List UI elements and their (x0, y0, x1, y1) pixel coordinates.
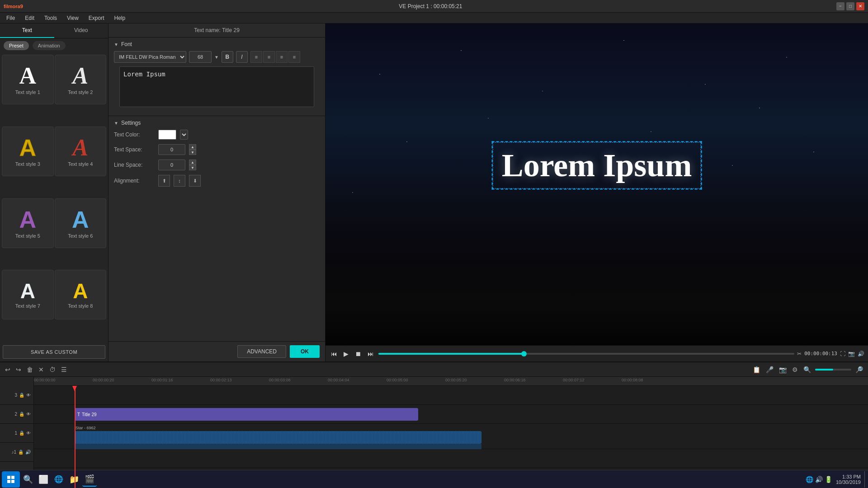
explorer-icon[interactable]: 📁 (67, 472, 81, 487)
menu-tools[interactable]: Tools (40, 14, 61, 22)
skip-start-button[interactable]: ⏮ (329, 348, 339, 359)
menu-edit[interactable]: Edit (20, 14, 39, 22)
maximize-button[interactable]: □ (846, 2, 854, 10)
volume-tray-icon[interactable]: 🔊 (815, 476, 823, 483)
filmora-taskbar[interactable]: 🎬 (82, 472, 97, 487)
svg-rect-2 (7, 480, 10, 483)
text-style-4[interactable]: A Text style 4 (55, 127, 107, 176)
text-style-3[interactable]: A Text style 3 (2, 127, 54, 176)
line-space-up[interactable]: ▲ (189, 160, 196, 165)
track-2-eye[interactable]: 👁 (26, 412, 31, 417)
text-style-8[interactable]: A Text style 8 (55, 270, 107, 319)
advanced-button[interactable]: ADVANCED (237, 345, 286, 358)
v-align-center[interactable]: ↕ (174, 175, 185, 187)
track-3-lock[interactable]: 🔒 (19, 431, 24, 436)
skip-end-button[interactable]: ⏭ (366, 348, 376, 359)
close-button[interactable]: ✕ (856, 2, 864, 10)
font-size-input[interactable] (189, 51, 212, 63)
text-space-input[interactable] (158, 144, 185, 155)
stop-button[interactable]: ⏹ (353, 348, 363, 359)
text-space-up[interactable]: ▲ (189, 144, 196, 150)
search-taskbar[interactable]: 🔍 (21, 472, 35, 487)
camera-button[interactable]: 📷 (778, 365, 788, 375)
timer-button[interactable]: ⏱ (48, 365, 57, 375)
timeline-settings[interactable]: ⚙ (791, 365, 799, 375)
transport-bar: ⏮ ▶ ⏹ ⏭ ✂ 00:00:00:13 ⛶ 📷 🔊 (326, 345, 868, 361)
network-tray-icon[interactable]: 🌐 (806, 476, 813, 483)
line-space-down[interactable]: ▼ (189, 165, 196, 170)
text-style-7[interactable]: A Text style 7 (2, 270, 54, 319)
align-left-button[interactable]: ≡ (250, 51, 262, 63)
edge-icon[interactable]: 🌐 (52, 472, 66, 487)
track-1-eye[interactable]: 👁 (26, 393, 31, 398)
volume-icon[interactable]: 🔊 (858, 351, 864, 357)
italic-button[interactable]: I (236, 51, 248, 63)
menu-file[interactable]: File (2, 14, 19, 22)
redo-button[interactable]: ↪ (14, 365, 23, 375)
bold-button[interactable]: B (222, 51, 233, 63)
taskview-button[interactable]: ⬜ (36, 472, 51, 487)
zoom-fill (815, 369, 833, 371)
cut-clip-button[interactable]: ✕ (37, 365, 45, 375)
track-audio-lock[interactable]: 🔒 (18, 450, 24, 455)
ruler-tick-4: 00:00:03:08 (269, 378, 291, 382)
track-2-lock[interactable]: 🔒 (19, 412, 24, 417)
menu-export[interactable]: Export (84, 14, 109, 22)
svg-rect-1 (11, 476, 14, 479)
tab-text[interactable]: Text (0, 23, 54, 38)
font-section-label: Font (121, 41, 132, 47)
text-styles-grid: A Text style 1 A Text style 2 A Text sty… (0, 53, 108, 343)
style-8-label: Text style 8 (68, 303, 93, 309)
zoom-in-button[interactable]: 🔎 (854, 365, 864, 375)
text-space-down[interactable]: ▼ (189, 150, 196, 155)
zoom-out-button[interactable]: 🔍 (802, 365, 812, 375)
menu-button[interactable]: ☰ (60, 365, 68, 375)
track-1-lock[interactable]: 🔒 (19, 393, 24, 398)
snapshot-icon[interactable]: 📷 (848, 351, 855, 357)
menu-view[interactable]: View (62, 14, 83, 22)
undo-button[interactable]: ↩ (4, 365, 12, 375)
play-pause-button[interactable]: ▶ (342, 348, 350, 359)
font-size-dropdown[interactable]: ▼ (214, 55, 219, 60)
align-right-button[interactable]: ≡ (276, 51, 288, 63)
settings-section-header[interactable]: ▼ Settings (114, 120, 320, 126)
font-family-select[interactable]: IM FELL DW Pica Roman (114, 51, 186, 63)
track-3-eye[interactable]: 👁 (26, 431, 31, 436)
show-desktop[interactable] (864, 471, 866, 488)
add-track-button[interactable]: 📋 (751, 365, 762, 375)
menubar: File Edit Tools View Export Help (0, 13, 868, 23)
text-input-area[interactable]: Lorem Ipsum (119, 66, 314, 107)
style-1-label: Text style 1 (15, 89, 40, 95)
text-style-6[interactable]: A Text style 6 (55, 198, 107, 248)
text-color-swatch[interactable] (158, 130, 176, 140)
preview-text-overlay[interactable]: Lorem Ipsum (492, 141, 702, 190)
delete-button[interactable]: 🗑 (25, 365, 34, 375)
progress-bar[interactable] (378, 353, 794, 355)
align-justify-button[interactable]: ≡ (288, 51, 300, 63)
align-center-button[interactable]: ≡ (263, 51, 275, 63)
minimize-button[interactable]: − (836, 2, 844, 10)
start-button[interactable] (2, 471, 20, 488)
save-as-custom-button[interactable]: SAVE AS CUSTOM (3, 345, 105, 359)
zoom-slider[interactable] (815, 369, 851, 371)
v-align-bottom[interactable]: ⬇ (189, 175, 201, 187)
video-clip[interactable] (75, 431, 481, 444)
track-audio-speaker[interactable]: 🔊 (25, 450, 31, 455)
text-space-label: Text Space: (114, 146, 155, 153)
microphone-button[interactable]: 🎤 (764, 365, 775, 375)
text-style-5[interactable]: A Text style 5 (2, 198, 54, 248)
tab-animation[interactable]: Animation (33, 41, 66, 50)
tab-video[interactable]: Video (54, 23, 108, 38)
fullscreen-icon[interactable]: ⛶ (840, 351, 845, 357)
tab-preset[interactable]: Preset (4, 41, 29, 50)
battery-tray-icon[interactable]: 🔋 (825, 476, 832, 483)
text-style-2[interactable]: A Text style 2 (55, 55, 107, 104)
v-align-top[interactable]: ⬆ (158, 175, 170, 187)
title-clip[interactable]: T Title 29 (75, 408, 418, 421)
text-color-dropdown[interactable] (180, 130, 188, 140)
text-style-1[interactable]: A Text style 1 (2, 55, 54, 104)
font-section-header[interactable]: ▼ Font (114, 41, 320, 47)
ok-button[interactable]: OK (290, 345, 320, 358)
line-space-input[interactable] (158, 160, 185, 170)
menu-help[interactable]: Help (110, 14, 130, 22)
